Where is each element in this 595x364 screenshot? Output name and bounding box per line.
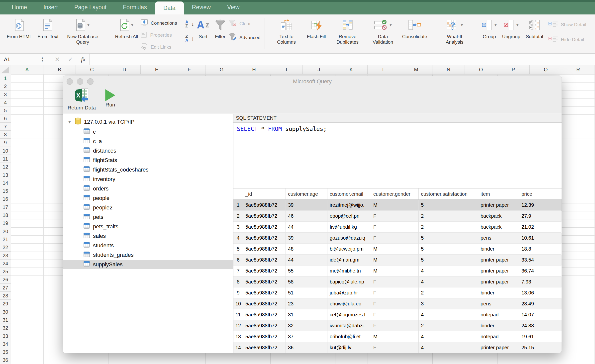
row-header-19[interactable]: 19	[0, 219, 11, 227]
ungroup-dropdown-icon[interactable]: ▾	[516, 22, 519, 28]
connections-button[interactable]: Connections	[141, 19, 177, 27]
sort-ascending-button[interactable]: AZ ↓	[185, 20, 194, 28]
results-column-header[interactable]: customer.gender	[371, 188, 419, 199]
tree-item-flightStats[interactable]: flightStats	[63, 156, 233, 165]
row-header-11[interactable]: 11	[0, 155, 11, 163]
result-row-14[interactable]: 145ae8a988fb7236kut@dij.lvF4printer pape…	[233, 342, 562, 353]
group-dropdown-icon[interactable]: ▾	[495, 22, 497, 28]
sort-descending-button[interactable]: ZA ↓	[185, 34, 194, 43]
column-header-p[interactable]: P	[497, 65, 530, 74]
what-if-analysis-button[interactable]: ? ▾ What-If Analysis	[438, 17, 471, 45]
row-header-22[interactable]: 22	[0, 243, 11, 251]
result-row-13[interactable]: 135ae8a988fb7237oribofub@li.etM4notepad1…	[233, 331, 562, 342]
new-database-query-dropdown-icon[interactable]: ▾	[87, 22, 90, 28]
row-header-6[interactable]: 6	[0, 114, 11, 122]
tree-item-students[interactable]: students	[63, 241, 233, 250]
row-header-18[interactable]: 18	[0, 211, 11, 219]
refresh-all-button[interactable]: ▾ Refresh All	[112, 17, 141, 39]
row-header-2[interactable]: 2	[0, 82, 11, 90]
result-row-8[interactable]: 85ae8a988fb7258bapico@lule.npF4printer p…	[233, 276, 562, 287]
tree-item-flightStats_codeshares[interactable]: flightStats_codeshares	[63, 165, 233, 175]
tree-item-supplySales[interactable]: supplySales	[63, 260, 233, 269]
column-header-n[interactable]: N	[432, 65, 465, 74]
select-all-corner[interactable]	[0, 65, 11, 74]
tree-item-c_a[interactable]: c_a	[63, 137, 233, 146]
result-row-5[interactable]: 55ae8a988fb7248bi@ucweijo.pmM5binder18.8	[233, 244, 562, 255]
row-header-17[interactable]: 17	[0, 203, 11, 211]
row-header-35[interactable]: 35	[0, 348, 11, 356]
row-header-33[interactable]: 33	[0, 332, 11, 340]
result-row-1[interactable]: 15ae8a988fb7239irezitmej@wijjo.M5printer…	[233, 200, 562, 211]
new-database-query-button[interactable]: ▾ New Database Query	[61, 17, 104, 45]
row-header-26[interactable]: 26	[0, 275, 11, 283]
row-header-8[interactable]: 8	[0, 131, 11, 139]
tree-item-c[interactable]: c	[63, 127, 233, 137]
column-header-r[interactable]: R	[562, 65, 595, 74]
row-header-23[interactable]: 23	[0, 252, 11, 260]
result-row-12[interactable]: 125ae8a988fb7232iwumita@dabzi.F2binder24…	[233, 320, 562, 331]
tree-item-people[interactable]: people	[63, 193, 233, 203]
row-header-24[interactable]: 24	[0, 260, 11, 268]
row-header-13[interactable]: 13	[0, 171, 11, 179]
row-header-12[interactable]: 12	[0, 163, 11, 171]
sql-editor[interactable]: SELECT * FROM supplySales;	[233, 123, 562, 188]
row-header-34[interactable]: 34	[0, 340, 11, 348]
results-column-header[interactable]: item	[478, 188, 519, 199]
column-header-k[interactable]: K	[335, 65, 368, 74]
column-header-o[interactable]: O	[465, 65, 497, 74]
row-header-1[interactable]: 1	[0, 74, 11, 82]
row-header-4[interactable]: 4	[0, 98, 11, 106]
consolidate-button[interactable]: Consolidate	[399, 17, 430, 39]
tab-home[interactable]: Home	[3, 0, 35, 14]
column-header-q[interactable]: Q	[530, 65, 562, 74]
tree-item-people2[interactable]: people2	[63, 203, 233, 212]
group-button[interactable]: ▾ Group	[479, 17, 499, 39]
return-data-button[interactable]: X Return Data	[68, 87, 96, 111]
column-header-e[interactable]: E	[141, 65, 173, 74]
column-header-l[interactable]: L	[368, 65, 400, 74]
sort-button[interactable]: Az Sort	[194, 17, 212, 39]
formula-input[interactable]	[89, 54, 595, 65]
subtotal-button[interactable]: Subtotal	[523, 17, 546, 39]
column-header-g[interactable]: G	[205, 65, 238, 74]
result-row-9[interactable]: 95ae8a988fb7251juba@zup.hrF2binder13.06	[233, 287, 562, 298]
tab-formulas[interactable]: Formulas	[115, 0, 155, 14]
column-header-f[interactable]: F	[173, 65, 205, 74]
query-window-titlebar[interactable]: Microsoft Query	[63, 76, 562, 87]
tab-insert[interactable]: Insert	[35, 0, 66, 14]
result-row-3[interactable]: 35ae8a988fb7244fiv@ubdil.kgF2backpack21.…	[233, 222, 562, 233]
tree-item-inventory[interactable]: inventory	[63, 175, 233, 184]
result-row-4[interactable]: 45ae8a988fb7239gozuso@dazi.iqF5pens10.61	[233, 233, 562, 244]
row-header-31[interactable]: 31	[0, 316, 11, 324]
what-if-analysis-dropdown-icon[interactable]: ▾	[461, 22, 463, 28]
from-html-button[interactable]: From HTML	[4, 17, 35, 39]
remove-duplicates-button[interactable]: Remove Duplicates	[329, 17, 367, 45]
results-column-header[interactable]: _id	[243, 188, 286, 199]
results-column-header[interactable]: price	[519, 188, 561, 199]
row-header-30[interactable]: 30	[0, 308, 11, 316]
name-box[interactable]: A1	[0, 57, 37, 62]
name-box-stepper[interactable]: ▲▼	[37, 57, 47, 62]
column-header-i[interactable]: I	[270, 65, 303, 74]
row-header-5[interactable]: 5	[0, 106, 11, 114]
from-text-button[interactable]: From Text	[35, 17, 61, 39]
ungroup-button[interactable]: ▾ Ungroup	[499, 17, 523, 39]
data-validation-dropdown-icon[interactable]: ▾	[390, 22, 392, 28]
accept-icon[interactable]: ✓	[68, 56, 73, 63]
column-header-m[interactable]: M	[400, 65, 432, 74]
row-header-7[interactable]: 7	[0, 123, 11, 131]
column-header-d[interactable]: D	[108, 65, 141, 74]
tree-item-pets_traits[interactable]: pets_traits	[63, 222, 233, 231]
results-column-header[interactable]: customer.age	[286, 188, 327, 199]
disclosure-triangle-icon[interactable]: ▼	[67, 119, 72, 125]
tree-connection-root[interactable]: ▼ 127.0.0.1 via TCP/IP	[63, 117, 233, 127]
refresh-all-dropdown-icon[interactable]: ▾	[131, 22, 133, 28]
row-header-14[interactable]: 14	[0, 179, 11, 187]
tree-item-sales[interactable]: sales	[63, 231, 233, 241]
column-header-a[interactable]: A	[11, 65, 43, 74]
row-header-3[interactable]: 3	[0, 91, 11, 98]
advanced-filter-button[interactable]: Advanced	[228, 33, 261, 42]
row-header-10[interactable]: 10	[0, 147, 11, 155]
filter-button[interactable]: Filter	[212, 17, 228, 39]
tab-view[interactable]: View	[219, 0, 248, 14]
